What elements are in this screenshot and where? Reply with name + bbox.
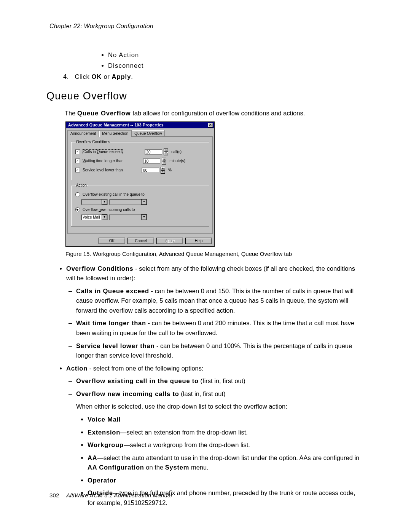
input-service-level[interactable]: 80 xyxy=(142,168,159,173)
aqm-dialog: Advanced Queue Management -- 103 Propert… xyxy=(65,121,215,247)
tab-queue-overflow[interactable]: Queue Overflow xyxy=(131,130,165,136)
group-legend-action: Action xyxy=(75,183,88,187)
group-action: Action Overflow existing call in the que… xyxy=(71,183,209,227)
label-overflow-existing: Overflow existing call in the queue to xyxy=(83,192,145,197)
row-radio-new: Overflow new incoming calls to xyxy=(75,207,206,212)
group-overflow-conditions: Overflow Conditions ✓ Calls in Queue exc… xyxy=(71,140,209,180)
unit-minutes: minute(s) xyxy=(169,159,185,163)
bullet-action: Action - select from one of the followin… xyxy=(66,364,362,508)
action-overflow-existing: Overflow existing call in the queue to (… xyxy=(76,376,362,386)
chevron-up-icon[interactable]: ▲ xyxy=(162,158,166,161)
chevron-up-icon[interactable]: ▲ xyxy=(161,167,165,170)
tab-menu-selection[interactable]: Menu Selection xyxy=(99,130,131,137)
checkbox-service-level[interactable]: ✓ xyxy=(75,168,80,173)
unit-calls: call(s) xyxy=(171,150,182,154)
dialog-button-row: OK Cancel Apply Help xyxy=(66,235,214,246)
help-button[interactable]: Help xyxy=(185,238,212,244)
oc-wait-time: Wait time longer than - can be between 0… xyxy=(76,318,362,338)
bullet-no-action: No Action xyxy=(108,50,362,60)
label-calls-in-queue: Calls in Queue exceed xyxy=(83,149,123,154)
row-existing-dropdowns: ▼ ▼ xyxy=(81,199,206,205)
radio-overflow-new[interactable] xyxy=(75,207,80,212)
bullet-disconnect: Disconnect xyxy=(108,60,362,71)
chevron-down-icon: ▼ xyxy=(141,199,147,205)
row-waiting-time: ✓ Waiting time longer than 10 ▲▼ minute(… xyxy=(75,158,206,165)
oc-service-level: Service level lower than - can be betwee… xyxy=(76,341,362,361)
opt-operator: Operator xyxy=(88,476,362,486)
chevron-down-icon[interactable]: ▼ xyxy=(162,161,166,165)
checkbox-waiting-time[interactable]: ✓ xyxy=(75,158,80,163)
row-new-dropdowns: Voice Mail▼ ▼ xyxy=(81,214,206,220)
label-waiting-time: Waiting time longer than xyxy=(83,159,123,163)
ok-button[interactable]: OK xyxy=(99,238,125,244)
row-radio-existing: Overflow existing call in the queue to xyxy=(75,192,206,197)
spinner-service-level[interactable]: ▲▼ xyxy=(161,167,165,174)
chevron-down-icon[interactable]: ▼ xyxy=(161,170,165,174)
opt-voice-mail: Voice Mail xyxy=(88,415,362,425)
step-4: 4. Click OK or Apply. xyxy=(63,73,362,80)
figure-caption: Figure 15. Workgroup Configuration, Adva… xyxy=(65,251,362,257)
dialog-title: Advanced Queue Management -- 103 Propert… xyxy=(68,123,164,127)
action-body-text: When either is selected, use the drop-do… xyxy=(76,402,362,412)
cancel-button[interactable]: Cancel xyxy=(127,238,154,244)
chevron-down-icon: ▼ xyxy=(102,214,107,220)
label-service-level: Service level lower than xyxy=(83,168,123,172)
dropdown-existing-value[interactable]: ▼ xyxy=(109,199,147,205)
tab-strip: Announcement Menu Selection Queue Overfl… xyxy=(66,128,214,136)
oc-calls-in-queue: Calls in Queue exceed - can be between 0… xyxy=(76,286,362,316)
action-sublist: Overflow existing call in the queue to (… xyxy=(66,376,362,399)
chevron-down-icon: ▼ xyxy=(102,199,107,205)
main-bullets: Overflow Conditions - select from any of… xyxy=(58,264,362,508)
dialog-titlebar: Advanced Queue Management -- 103 Propert… xyxy=(66,122,214,128)
oc-sublist: Calls in Queue exceed - can be between 0… xyxy=(66,286,362,361)
chevron-down-icon: ▼ xyxy=(141,214,147,220)
tab-announcement[interactable]: Announcement xyxy=(67,130,99,137)
radio-overflow-existing[interactable] xyxy=(75,192,80,197)
bullet-overflow-conditions: Overflow Conditions - select from any of… xyxy=(66,264,362,361)
page-footer: 302 AltiWare ACM 5.1 Administration Manu… xyxy=(49,492,172,498)
opt-aa: AA—select the auto attendant to use in t… xyxy=(88,453,362,473)
running-header: Chapter 22: Workgroup Configuration xyxy=(49,23,362,30)
opt-workgroup: Workgroup—select a workgroup from the dr… xyxy=(88,440,362,450)
spinner-calls-in-queue[interactable]: ▲▼ xyxy=(164,149,168,155)
book-title: AltiWare ACM 5.1 Administration Manual xyxy=(66,492,172,498)
checkbox-calls-in-queue[interactable]: ✓ xyxy=(75,149,80,154)
chevron-up-icon[interactable]: ▲ xyxy=(164,149,168,152)
row-calls-in-queue: ✓ Calls in Queue exceed 20 ▲▼ call(s) xyxy=(75,149,206,155)
intro-paragraph: The Queue Overflow tab allows for config… xyxy=(65,109,362,118)
close-button[interactable]: ✕ xyxy=(208,123,213,128)
action-overflow-new: Overflow new incoming calls to (last in,… xyxy=(76,389,362,399)
tab-panel: Overflow Conditions ✓ Calls in Queue exc… xyxy=(67,136,213,234)
group-legend-conditions: Overflow Conditions xyxy=(75,140,111,144)
label-overflow-new: Overflow new incoming calls to xyxy=(83,208,135,212)
top-bullets: No Action Disconnect xyxy=(99,50,362,71)
page: Chapter 22: Workgroup Configuration No A… xyxy=(0,0,411,532)
apply-button[interactable]: Apply xyxy=(156,238,183,244)
dropdown-existing-target[interactable]: ▼ xyxy=(81,199,108,205)
dropdown-new-target[interactable]: Voice Mail▼ xyxy=(81,214,108,220)
row-service-level: ✓ Service level lower than 80 ▲▼ % xyxy=(75,167,206,174)
input-calls-in-queue[interactable]: 20 xyxy=(145,149,162,155)
opt-extension: Extension—select an extension from the d… xyxy=(88,428,362,438)
unit-percent: % xyxy=(168,168,172,172)
chevron-down-icon[interactable]: ▼ xyxy=(164,152,168,155)
section-heading-queue-overflow: Queue Overflow xyxy=(46,90,362,103)
page-number: 302 xyxy=(49,492,59,498)
spinner-waiting-time[interactable]: ▲▼ xyxy=(162,158,166,165)
input-waiting-time[interactable]: 10 xyxy=(143,158,160,164)
dropdown-new-value[interactable]: ▼ xyxy=(109,214,147,220)
